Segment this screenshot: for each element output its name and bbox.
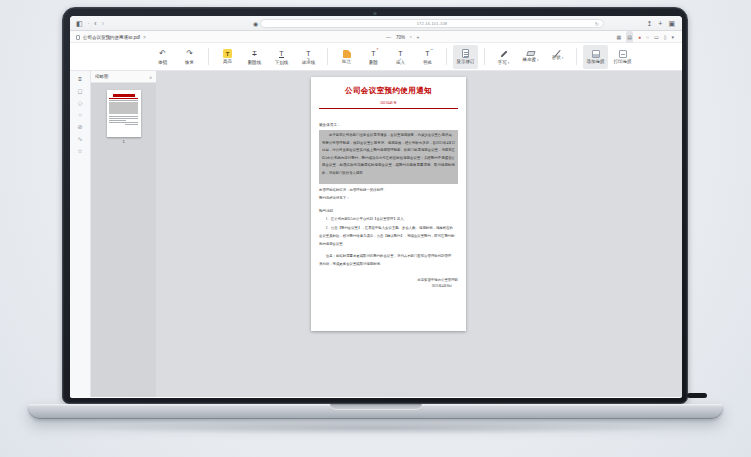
bookmarks-icon[interactable]: ◇ [78, 100, 83, 106]
more-panel-icon[interactable]: ☆ [77, 148, 82, 154]
thumbnail-panel-title: 缩略图 [95, 74, 109, 79]
tabs-overview-icon[interactable]: ▣ [668, 16, 675, 31]
show-revisions-button[interactable]: 显示修订 [453, 45, 478, 69]
zoom-level[interactable]: 70% [396, 35, 405, 40]
tab-close-icon[interactable]: × [143, 34, 146, 40]
delete-text-label: 删除 [369, 60, 378, 65]
decorative-dash [687, 393, 707, 398]
forward-icon[interactable]: › [102, 16, 104, 31]
tdelete-icon [371, 48, 375, 59]
eraser-icon [526, 51, 535, 56]
document-tab[interactable]: 公司会议室预约使用通知.pdf × [76, 31, 146, 43]
browser-right-controls: ↥+▣ [646, 16, 675, 31]
undo-icon [159, 48, 166, 59]
underline-button[interactable]: 下划线 [269, 45, 294, 69]
refresh-icon[interactable]: ↻ [595, 21, 599, 27]
print-mask-button[interactable]: 打印掩膜 [610, 45, 635, 69]
toolbar-divider [576, 48, 577, 65]
zoom-caret-icon: ▾ [410, 35, 412, 39]
redo-icon [186, 48, 193, 59]
highlight-button[interactable]: 高亮 [215, 45, 240, 69]
back-icon[interactable]: ‹ [94, 16, 96, 31]
zoom-out-button[interactable]: — [386, 34, 391, 40]
app-tab-bar: 公司会议室预约使用通知.pdf × — 70% ▾ + ▦▤●○▭▯▾ [70, 31, 682, 43]
collapse-panel-icon[interactable]: « [149, 74, 152, 80]
print-icon[interactable]: ▭ [654, 31, 659, 43]
comment-button[interactable]: 批注 [334, 45, 359, 69]
dropdown-caret-icon: ▾ [562, 56, 564, 60]
highlighted-paragraph[interactable]: 由于目前公司各部门业务会议需求增多，会议室使用频繁，为减少会议室占用冲突、完善公… [319, 130, 458, 184]
share-icon[interactable]: ↥ [646, 16, 652, 31]
document-title: 公司会议室预约使用通知 [311, 86, 466, 96]
toolbar-divider [208, 48, 209, 65]
page-thumbnail[interactable] [107, 90, 141, 137]
doc-text-line: 间内使用会议室。 [319, 240, 458, 248]
thumb-highlight-block [109, 102, 138, 114]
document-number: 2021048 号 [311, 101, 466, 105]
profile-icon[interactable]: ● [638, 31, 641, 43]
laptop-mockup-stage: ◧·‹› ◉ 172.16.101.108 ↻ ↥+▣ 公司会议室预约使用通知.… [0, 0, 751, 457]
document-viewer[interactable]: 公司会议室预约使用通知 2021048 号 致全体员工： 由于目前公司各部门业务… [156, 71, 682, 397]
strikethrough-button[interactable]: 删除线 [242, 45, 267, 69]
insert-text-button[interactable]: 插入 [388, 45, 413, 69]
thumbnail-list: 1 [91, 83, 156, 397]
extension-icon[interactable]: ◉ [253, 21, 258, 27]
handwrite-button[interactable]: 手写▾ [491, 45, 516, 69]
thumbnail-panel-header: 缩略图 « [91, 71, 156, 83]
tinsert-icon [398, 48, 402, 59]
eraser-button[interactable]: 橡皮擦▾ [518, 45, 543, 69]
content-area: ≡◻◇○⊘∿☆ 缩略图 « [70, 71, 682, 397]
laptop-shadow [70, 421, 681, 435]
squiggly-line-button[interactable]: 波浪线 [296, 45, 321, 69]
doc-text-line: 员协助，完成更换会议室或取消使用时间。 [319, 260, 458, 268]
comments-icon[interactable]: ◻ [78, 88, 83, 94]
toolbar-divider [484, 48, 485, 65]
address-text: 172.16.101.108 [417, 21, 448, 26]
doc-text-line: 预约流程详情见下： [319, 194, 458, 202]
separator-dot[interactable]: · [88, 16, 90, 31]
signature-icon[interactable]: ∿ [77, 136, 82, 142]
treplace-icon [425, 48, 429, 59]
laptop-base [28, 404, 723, 419]
shapes-button[interactable]: 形状▾ [545, 45, 570, 69]
sidebar-toggle-icon[interactable]: ◧ [76, 16, 83, 31]
underline-icon [279, 48, 283, 59]
browser-chrome-bar: ◧·‹› ◉ 172.16.101.108 ↻ ↥+▣ [70, 16, 682, 31]
zoom-in-button[interactable]: + [417, 34, 420, 40]
single-page-icon[interactable]: ▤ [626, 31, 633, 43]
window-icon[interactable]: ▯ [664, 31, 667, 43]
replace-text-label: 替换 [423, 60, 432, 65]
strikethrough-label: 删除线 [248, 60, 262, 65]
procedure-list: 1、在公司内部OA办公平台找到【会议室管理】进入。 2、点击【预约会议室】，在界… [311, 215, 466, 248]
note-icon [343, 50, 351, 58]
handwrite-label: 手写▾ [498, 60, 510, 65]
webcam-icon [374, 12, 377, 15]
doc-icon [462, 49, 469, 58]
document-icon [76, 35, 80, 40]
attachments-icon[interactable]: ⊘ [77, 124, 82, 130]
add-mask-button[interactable]: 添加掩膜 [583, 45, 608, 69]
pencil-icon [499, 49, 509, 59]
more-icon[interactable]: ▾ [671, 31, 674, 43]
view-mode-icons: ▦▤●○▭▯▾ [616, 31, 674, 43]
undo-button[interactable]: 撤销 [150, 45, 175, 69]
replace-text-button[interactable]: 替换 [415, 45, 440, 69]
toolbar: 撤销恢复高亮删除线下划线波浪线批注删除插入替换显示修订手写▾橡皮擦▾形状▾添加掩… [70, 43, 682, 71]
redo-button[interactable]: 恢复 [177, 45, 202, 69]
new-tab-icon[interactable]: + [658, 16, 662, 31]
red-divider-line [319, 108, 458, 109]
thumbnails-icon[interactable]: ≡ [78, 76, 82, 82]
delete-text-button[interactable]: 删除 [361, 45, 386, 69]
highlight-icon [223, 49, 232, 58]
search-panel-icon[interactable]: ○ [78, 112, 82, 118]
zoom-controls: — 70% ▾ + [386, 31, 419, 43]
eraser-label: 橡皮擦▾ [522, 57, 538, 62]
paragraph-continuation: 向管理处临时申请，由管理处统一安排处理。预约流程详情见下： [311, 186, 466, 202]
document-page[interactable]: 公司会议室预约使用通知 2021048 号 致全体员工： 由于目前公司各部门业务… [311, 77, 466, 331]
mask-add-icon [592, 50, 600, 58]
search-icon[interactable]: ○ [646, 31, 649, 43]
address-bar[interactable]: 172.16.101.108 ↻ [260, 19, 604, 28]
toolbar-divider [446, 48, 447, 65]
grid-view-icon[interactable]: ▦ [616, 31, 621, 43]
laptop-screen: ◧·‹› ◉ 172.16.101.108 ↻ ↥+▣ 公司会议室预约使用通知.… [62, 7, 688, 404]
